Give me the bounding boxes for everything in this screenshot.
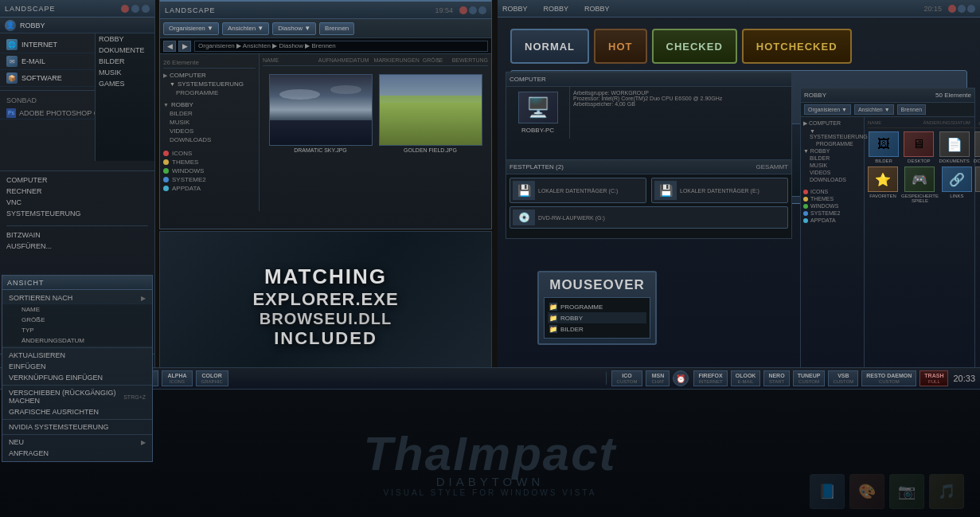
fb-videos-tree[interactable]: VIDEOS	[803, 169, 861, 176]
icon-bilder[interactable]: 🖼 BILDER	[868, 131, 900, 163]
back-arrow[interactable]: ◀	[163, 41, 176, 52]
popup-item-bilder[interactable]: 📁 BILDER	[548, 323, 646, 335]
tray-firefox[interactable]: FIREFOXINTERNET	[693, 370, 727, 386]
right-max[interactable]	[967, 5, 975, 13]
downloads-item[interactable]: DOWNLOADS	[170, 135, 256, 144]
exp-close[interactable]	[459, 6, 467, 14]
tag-windows[interactable]: WINDOWS	[163, 166, 256, 175]
sublist-item-dokumente[interactable]: DOKUMENTE	[96, 45, 154, 56]
checked-btn[interactable]: CHECKED	[652, 29, 737, 64]
popup-item-robby[interactable]: 📁 ROBBY	[548, 312, 646, 323]
context-item-nvidia[interactable]: NVIDIA SYSTEMSTEUERUNG	[2, 421, 152, 433]
min-btn[interactable]	[131, 5, 139, 13]
bilder-item[interactable]: BILDER	[170, 109, 256, 118]
context-item-grafische[interactable]: GRAFISCHE AUSRICHTEN	[2, 406, 152, 417]
clock-icon[interactable]: ⏰	[673, 370, 689, 386]
ansichten-btn[interactable]: Ansichten ▼	[222, 22, 269, 35]
normal-btn[interactable]: NORMAL	[510, 29, 589, 64]
sidebar-computer[interactable]: ▶ COMPUTER	[163, 71, 256, 80]
max-btn[interactable]	[142, 5, 150, 13]
icon-musik[interactable]: ♪ MUSIK	[975, 166, 980, 203]
sublist-item-bilder[interactable]: BILDER	[96, 56, 154, 67]
right-close[interactable]	[948, 5, 956, 13]
context-item-sortieren[interactable]: SORTIEREN NACH ▶	[2, 292, 152, 304]
fb-downloads-tree[interactable]: DOWNLOADS	[803, 176, 861, 183]
tag-icons[interactable]: ICONS	[163, 149, 256, 158]
fb-robby-tree[interactable]: ▼ ROBBY	[803, 147, 861, 155]
exp-min[interactable]	[469, 6, 477, 14]
taskbar-btn-color[interactable]: COLORGRAPHIC	[196, 370, 228, 386]
popup-item-programme[interactable]: 📁 PROGRAMME	[548, 301, 646, 312]
icon-downloads[interactable]: ⬇ DOWNLOADS	[974, 131, 980, 163]
close-btn[interactable]	[121, 5, 129, 13]
taskbar-btn-alpha[interactable]: ALPHAICONS	[162, 370, 192, 386]
tray-trash[interactable]: TRASHFULL	[919, 370, 948, 386]
context-item-verknupfung[interactable]: VERKNÜPFUNG EINFÜGEN	[2, 372, 152, 383]
sidebar-robby[interactable]: ▼ ROBBY	[163, 100, 256, 109]
brennen-btn[interactable]: Brennen	[319, 22, 354, 35]
sub-size[interactable]: GRÖẞE	[15, 315, 152, 325]
fb-bilder-tree[interactable]: BILDER	[803, 155, 861, 162]
forward-arrow[interactable]: ▶	[178, 41, 191, 52]
fb-programme[interactable]: PROGRAMME	[803, 140, 861, 147]
tag-themes[interactable]: THEMES	[163, 158, 256, 166]
right-min[interactable]	[958, 5, 966, 13]
tray-olook[interactable]: OLOOKE-MAIL	[731, 370, 761, 386]
address-field[interactable]: Organisieren ▶ Ansichten ▶ Diashow ▶ Bre…	[194, 41, 488, 52]
musik-item[interactable]: MUSIK	[170, 118, 256, 127]
icon-desktop[interactable]: 🖥 DESKTOP	[903, 131, 935, 163]
tray-nero[interactable]: NEROSTART	[763, 370, 789, 386]
nav-bitzwain[interactable]: BITZWAIN	[0, 229, 154, 241]
nav-computer[interactable]: COMPUTER	[0, 174, 154, 186]
drive-e[interactable]: 💾 LOKALER DATENTRÄGER (E:)	[651, 178, 788, 203]
fb-ansichten[interactable]: Ansichten ▼	[854, 104, 894, 115]
sublist-item-musik[interactable]: MUSIK	[96, 67, 154, 78]
diashow-btn[interactable]: Diashow ▼	[272, 22, 316, 35]
nav-rechner[interactable]: RECHNER	[0, 186, 154, 197]
taskbar-ico[interactable]: ICOCUSTOM	[611, 370, 643, 386]
fb-tag-themes[interactable]: THEMES	[803, 195, 861, 202]
context-item-neu[interactable]: NEU ▶	[2, 437, 152, 448]
taskbar-msn[interactable]: MSNCHAT	[646, 370, 670, 386]
fb-tag-icons[interactable]: ICONS	[803, 188, 861, 195]
tray-vsb[interactable]: VSBCUSTOM	[828, 370, 858, 386]
hot-btn[interactable]: HOT	[594, 29, 646, 64]
sub-type[interactable]: TYP	[15, 325, 152, 335]
nav-ausfuhren[interactable]: AUSFÜREN...	[0, 241, 154, 252]
icon-favoriten[interactable]: ⭐ FAVORITEN	[868, 166, 898, 203]
context-item-anfragen[interactable]: ANFRAGEN	[2, 448, 152, 459]
organise-btn[interactable]: Organisieren ▼	[163, 22, 219, 35]
fb-tag-appdata[interactable]: APPDATA	[803, 217, 861, 224]
fb-tag-windows[interactable]: WINDOWS	[803, 202, 861, 210]
nav-system[interactable]: SYSTEMSTEUERUNG	[0, 208, 154, 219]
programme-label[interactable]: PROGRAMME	[176, 88, 256, 97]
context-item-aktualisieren[interactable]: AKTUALISIEREN	[2, 350, 152, 361]
sublist-item-games[interactable]: GAMES	[96, 78, 154, 89]
tray-restodaemon[interactable]: RESTO DAEMONCUSTOM	[861, 370, 916, 386]
nav-vnc[interactable]: VNC	[0, 197, 154, 208]
thumbnail-sky[interactable]: DRAMATIC SKY.JPG	[269, 74, 373, 153]
icon-links[interactable]: 🔗 LINKS	[942, 166, 972, 203]
sub-name[interactable]: NAME	[15, 304, 152, 315]
hotchecked-btn[interactable]: HOTCHECKED	[742, 29, 852, 64]
fb-musik-tree[interactable]: MUSIK	[803, 162, 861, 169]
drive-dvd[interactable]: 💿 DVD-RW-LAUFWERK (G:)	[510, 206, 788, 229]
drive-c[interactable]: 💾 LOKALER DATENTRÄGER (C:)	[510, 178, 646, 203]
fb-tag-systeme[interactable]: SYSTEME2	[803, 210, 861, 217]
tag-systeme2[interactable]: SYSTEME2	[163, 175, 256, 184]
fb-systemsteuerung[interactable]: ▼ SYSTEMSTEUERUNG	[803, 127, 861, 140]
icon-dokuments[interactable]: 📄 DOKUMENTS	[938, 131, 970, 163]
fb-brennen[interactable]: Brennen	[897, 104, 926, 115]
videos-item[interactable]: VIDEOS	[170, 127, 256, 135]
exp-max[interactable]	[478, 6, 486, 14]
sidebar-systemsteuerung[interactable]: ▼ SYSTEMSTEUERUNG	[170, 80, 256, 88]
sublist-item-robby[interactable]: ROBBY	[96, 33, 154, 45]
thumbnail-field[interactable]: GOLDEN FIELD.JPG	[379, 74, 482, 153]
context-item-verschieben[interactable]: VERSCHIEBEN (RÜCKGÄNGIG) MACHEN STRG+Z	[2, 387, 152, 406]
fb-organise[interactable]: Organisieren ▼	[804, 104, 851, 115]
context-item-einfuegen[interactable]: EINFÜGEN	[2, 361, 152, 372]
tag-appdata[interactable]: APPDATA	[163, 184, 256, 193]
sub-date[interactable]: ÄNDERUNGSDATUM	[15, 335, 152, 346]
fb-computer[interactable]: ▶ COMPUTER	[803, 119, 861, 127]
icon-spiele[interactable]: 🎮 GESPEICHERTE SPIELE	[901, 166, 939, 203]
